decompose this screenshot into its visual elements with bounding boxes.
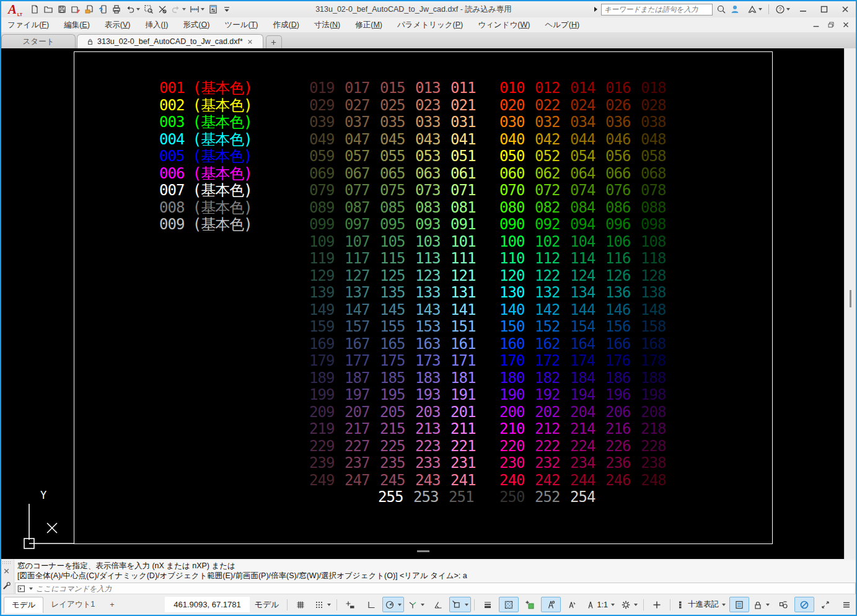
drawing-canvas[interactable]: Y 001 (基本色)002 (基本色)003 (基本色)004 (基本色)00… (0, 48, 844, 559)
object-snap-icon[interactable] (449, 597, 471, 612)
undo-icon[interactable] (124, 3, 141, 15)
aci-color-017: 017 (345, 81, 369, 95)
lock-ui-dropdown-icon[interactable] (766, 604, 770, 606)
menu-item-1[interactable]: ファイル(F) (0, 18, 56, 32)
window-maximize-button[interactable] (815, 2, 833, 16)
redo-icon[interactable] (170, 3, 187, 15)
document-close-button[interactable] (838, 19, 853, 30)
command-window-drag-handle[interactable] (417, 550, 429, 552)
file-tab-2[interactable]: 313u_02-0_bef_AutoCAD_to_Jw_cad.dxf* (77, 34, 263, 48)
aci-color-068: 068 (641, 166, 666, 181)
drawing-units-dropdown-icon[interactable] (722, 604, 726, 606)
isometric-drafting-icon[interactable] (405, 597, 427, 612)
help-icon[interactable]: ? (774, 3, 791, 15)
file-tab-1[interactable]: スタート (1, 34, 76, 48)
annotation-visibility-icon[interactable] (541, 597, 561, 612)
workspace-switching-dropdown-icon[interactable] (634, 604, 638, 606)
transparency-icon[interactable] (499, 597, 519, 612)
open-folder-icon[interactable] (42, 3, 55, 15)
new-tab-button[interactable] (266, 35, 282, 48)
qat-customize-icon[interactable] (221, 3, 233, 15)
workspace-switching-icon[interactable] (618, 597, 640, 612)
menu-item-12[interactable]: ヘルプ(H) (537, 18, 587, 32)
save-web-mobile-icon[interactable] (97, 3, 109, 15)
command-tools-wrench-icon[interactable] (2, 581, 11, 591)
selection-cycling-icon[interactable] (520, 597, 540, 612)
annotation-monitor-icon[interactable] (647, 597, 667, 612)
new-file-icon[interactable] (29, 3, 41, 15)
aci-color-239: 239 (309, 455, 334, 470)
window-minimize-button[interactable] (794, 2, 812, 16)
app-logo[interactable]: A LT (0, 1, 25, 17)
ortho-mode-icon[interactable] (361, 597, 381, 612)
polar-tracking-dropdown-icon[interactable] (398, 604, 402, 606)
aci-color-172: 172 (535, 353, 560, 368)
menu-item-2[interactable]: 編集(E) (56, 18, 97, 32)
aci-color-095: 095 (380, 217, 405, 232)
polar-tracking-icon[interactable] (382, 597, 404, 612)
layout1-tab[interactable]: レイアウト1 (43, 597, 102, 612)
drawing-units-button[interactable]: 十進表記 (674, 597, 728, 612)
command-input[interactable] (35, 584, 855, 594)
model-space-button[interactable]: モデル (250, 596, 284, 614)
aci-color-121: 121 (450, 268, 475, 283)
document-minimize-button[interactable] (809, 19, 824, 30)
sign-in-person-icon[interactable] (730, 4, 740, 14)
open-web-mobile-icon[interactable] (83, 3, 95, 15)
graphics-performance-icon[interactable] (794, 597, 814, 612)
save-icon[interactable] (56, 3, 68, 15)
menu-item-9[interactable]: 修正(M) (348, 18, 390, 32)
autodesk-account-icon[interactable] (746, 3, 763, 15)
annotation-scale-dropdown-icon[interactable] (611, 604, 615, 606)
search-expand-icon[interactable] (594, 7, 597, 12)
isolate-objects-icon[interactable] (773, 597, 793, 612)
clean-screen-icon[interactable] (815, 597, 835, 612)
aci-color-234: 234 (570, 455, 595, 470)
menu-item-6[interactable]: ツール(T) (217, 18, 265, 32)
save-as-icon[interactable] (69, 3, 82, 15)
menu-item-10[interactable]: パラメトリック(P) (390, 18, 470, 32)
aci-color-035: 035 (380, 115, 405, 130)
menu-item-7[interactable]: 作成(D) (266, 18, 307, 32)
aci-color-046: 046 (605, 132, 630, 147)
vertical-scrollbar[interactable] (844, 48, 856, 559)
lock-ui-icon[interactable] (750, 597, 772, 612)
zoom-window-icon[interactable] (143, 3, 155, 15)
window-close-button[interactable] (836, 2, 855, 16)
properties-icon[interactable] (207, 3, 219, 15)
menu-item-11[interactable]: ウィンドウ(W) (470, 18, 537, 32)
snap-mode-dropdown-icon[interactable] (327, 604, 331, 606)
dynamic-input-icon[interactable] (340, 597, 360, 612)
lineweight-icon[interactable] (478, 597, 498, 612)
menu-item-8[interactable]: 寸法(N) (307, 18, 348, 32)
search-icon[interactable] (716, 4, 726, 14)
menu-item-3[interactable]: 表示(V) (97, 18, 138, 32)
annotation-scale-button[interactable]: 1:1 (583, 597, 617, 612)
grid-display-icon[interactable] (291, 597, 310, 612)
document-restore-button[interactable] (824, 19, 838, 30)
command-prompt-caret-icon[interactable] (29, 587, 33, 590)
new-layout-tab[interactable]: + (102, 598, 121, 612)
quick-properties-icon[interactable] (729, 597, 749, 612)
menu-item-4[interactable]: 挿入(I) (138, 18, 176, 32)
aci-color-156: 156 (605, 319, 630, 334)
plot-icon[interactable] (110, 3, 123, 15)
annotation-autoscale-icon[interactable] (562, 597, 582, 612)
menu-item-5[interactable]: 形式(O) (175, 18, 217, 32)
object-snap-tracking-icon[interactable] (428, 597, 448, 612)
snap-mode-icon[interactable] (312, 597, 333, 612)
command-panel-close-icon[interactable] (2, 566, 11, 576)
scrollbar-thumb[interactable] (850, 290, 851, 307)
coordinates-display[interactable]: 461.9093, 67.1781 (165, 597, 249, 612)
search-input[interactable] (601, 4, 713, 15)
customization-icon[interactable] (837, 597, 856, 612)
model-tab[interactable]: モデル (4, 597, 43, 613)
object-snap-dropdown-icon[interactable] (465, 604, 468, 606)
zoom-extents-icon[interactable] (156, 3, 169, 15)
measure-icon[interactable] (188, 3, 206, 15)
command-prompt-icon[interactable] (17, 584, 26, 593)
tab-close-icon[interactable] (246, 38, 254, 46)
isometric-drafting-dropdown-icon[interactable] (421, 604, 424, 606)
aci-color-226: 226 (605, 439, 630, 454)
command-panel-grip[interactable] (2, 561, 11, 565)
